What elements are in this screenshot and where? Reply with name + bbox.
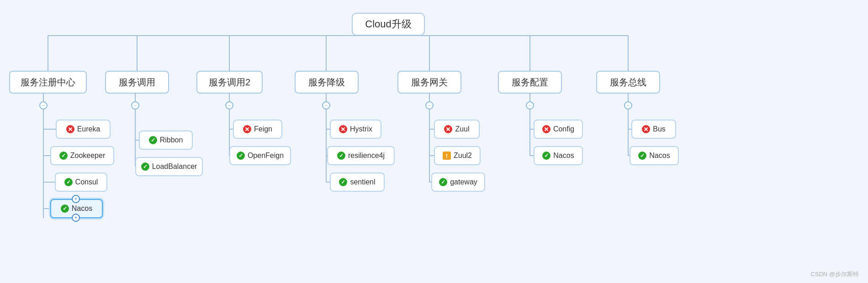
icon-check-ribbon <box>149 136 157 144</box>
leaf-ribbon: Ribbon <box>139 131 193 150</box>
watermark-text: CSDN @步尔斯特 <box>810 271 859 278</box>
leaf-resilience4j: resilience4j <box>327 146 395 165</box>
icon-check-sentienl <box>339 178 347 186</box>
leaf-feign: Feign <box>233 120 282 139</box>
icon-x-bus <box>642 125 650 133</box>
leaf-zuul2-label: Zuul2 <box>454 152 472 160</box>
leaf-feign-label: Feign <box>254 125 272 133</box>
leaf-resilience4j-label: resilience4j <box>348 152 385 160</box>
category-node-2: 服务调用 <box>105 71 169 94</box>
diagram-container: Cloud升级 服务注册中心 服务调用 服务调用2 服务降级 服务网关 服务配置… <box>0 0 868 283</box>
watermark: CSDN @步尔斯特 <box>810 270 859 278</box>
leaf-nacos-cat7: Nacos <box>630 146 679 165</box>
icon-check-loadbalancer <box>141 162 149 171</box>
leaf-gateway-label: gateway <box>450 178 477 186</box>
icon-check-openfeign <box>237 152 245 160</box>
leaf-zuul-label: Zuul <box>455 125 469 133</box>
icon-warn-zuul2 <box>443 152 451 160</box>
cat4-label: 服务降级 <box>308 76 345 89</box>
leaf-config-label: Config <box>553 125 574 133</box>
cat7-label: 服务总线 <box>610 76 646 89</box>
leaf-consul: Consul <box>55 173 107 192</box>
collapse-cat6[interactable]: − <box>526 101 534 110</box>
expand-nacos-bot[interactable]: + <box>72 214 80 222</box>
icon-check-nacos-cat6 <box>542 152 550 160</box>
connector-lines <box>0 0 868 283</box>
icon-x-feign <box>243 125 251 133</box>
leaf-nacos-cat7-label: Nacos <box>649 152 670 160</box>
category-node-1: 服务注册中心 <box>9 71 87 94</box>
leaf-nacos-cat6-label: Nacos <box>553 152 574 160</box>
leaf-zuul2: Zuul2 <box>434 146 481 165</box>
icon-check-nacos-cat7 <box>638 152 646 160</box>
root-label: Cloud升级 <box>365 17 411 31</box>
icon-check-zookeeper <box>59 152 68 160</box>
icon-x-zuul <box>444 125 452 133</box>
leaf-zookeeper: Zookeeper <box>50 146 114 165</box>
leaf-loadbalancer: LoadBalancer <box>135 157 203 176</box>
category-node-3: 服务调用2 <box>196 71 263 94</box>
collapse-cat5[interactable]: − <box>425 101 434 110</box>
leaf-nacos-cat6: Nacos <box>534 146 583 165</box>
leaf-zookeeper-label: Zookeeper <box>70 152 106 160</box>
collapse-cat2[interactable]: − <box>131 101 139 110</box>
leaf-config: Config <box>534 120 583 139</box>
leaf-bus: Bus <box>631 120 676 139</box>
collapse-cat1[interactable]: − <box>39 101 48 110</box>
leaf-ribbon-label: Ribbon <box>160 136 183 144</box>
leaf-hystrix: Hystrix <box>330 120 381 139</box>
collapse-cat4[interactable]: − <box>322 101 330 110</box>
icon-check-gateway <box>439 178 447 186</box>
leaf-eureka: Eureka <box>56 120 111 139</box>
expand-nacos-top[interactable]: + <box>72 195 80 203</box>
icon-check-resilience4j <box>337 152 345 160</box>
icon-check-consul <box>64 178 73 186</box>
root-node: Cloud升级 <box>352 13 425 36</box>
category-node-4: 服务降级 <box>295 71 359 94</box>
collapse-cat7[interactable]: − <box>624 101 632 110</box>
cat3-label: 服务调用2 <box>209 76 250 89</box>
cat2-label: 服务调用 <box>119 76 155 89</box>
leaf-zuul: Zuul <box>434 120 480 139</box>
category-node-7: 服务总线 <box>596 71 660 94</box>
leaf-sentienl-label: sentienl <box>350 178 375 186</box>
leaf-hystrix-label: Hystrix <box>350 125 372 133</box>
category-node-5: 服务网关 <box>397 71 461 94</box>
icon-x-hystrix <box>339 125 347 133</box>
category-node-6: 服务配置 <box>498 71 562 94</box>
icon-x-eureka <box>66 125 74 133</box>
leaf-bus-label: Bus <box>653 125 666 133</box>
leaf-consul-label: Consul <box>75 178 98 186</box>
leaf-sentienl: sentienl <box>330 173 385 192</box>
leaf-eureka-label: Eureka <box>77 125 101 133</box>
leaf-gateway: gateway <box>431 173 485 192</box>
leaf-nacos-cat1-label: Nacos <box>72 204 92 213</box>
collapse-cat3[interactable]: − <box>225 101 233 110</box>
leaf-openfeign-label: OpenFeign <box>248 152 284 160</box>
leaf-openfeign: OpenFeign <box>229 146 291 165</box>
cat6-label: 服务配置 <box>512 76 548 89</box>
icon-x-config <box>542 125 550 133</box>
cat5-label: 服务网关 <box>411 76 448 89</box>
cat1-label: 服务注册中心 <box>21 76 75 89</box>
icon-check-nacos-cat1 <box>61 204 69 213</box>
leaf-loadbalancer-label: LoadBalancer <box>152 162 197 171</box>
